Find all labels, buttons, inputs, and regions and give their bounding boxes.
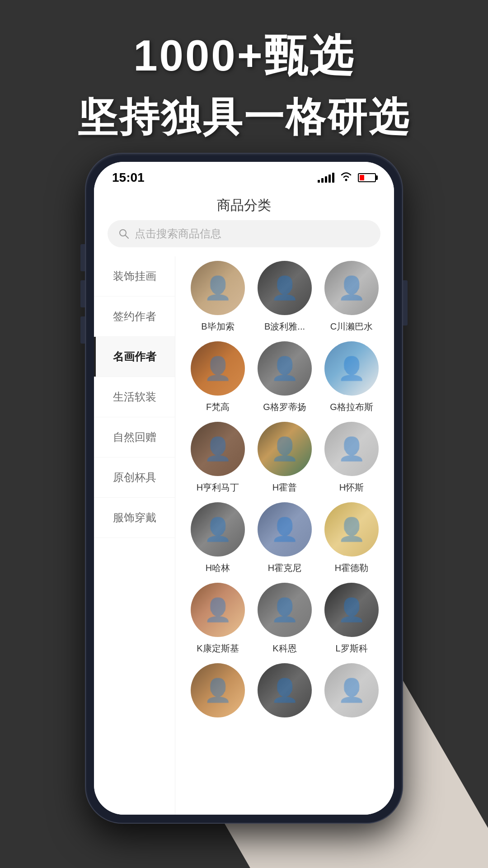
artist-label: G格拉布斯 bbox=[330, 401, 373, 413]
list-item[interactable]: 👤 G格罗蒂扬 bbox=[253, 341, 316, 413]
sidebar-item-cups[interactable]: 原创杯具 bbox=[94, 458, 175, 498]
list-item[interactable]: 👤 F梵高 bbox=[186, 341, 249, 413]
status-bar: 15:01 bbox=[94, 162, 394, 189]
avatar: 👤 bbox=[191, 261, 245, 315]
avatar: 👤 bbox=[324, 261, 379, 315]
header-line1: 1000+甄选 bbox=[0, 27, 488, 86]
sidebar-item-living-soft[interactable]: 生活软装 bbox=[94, 377, 175, 417]
phone-screen: 15:01 bbox=[94, 162, 394, 815]
list-item[interactable]: 👤 bbox=[253, 663, 316, 723]
avatar: 👤 bbox=[191, 341, 245, 396]
artist-label: L罗斯科 bbox=[335, 642, 367, 654]
search-placeholder: 点击搜索商品信息 bbox=[135, 226, 221, 241]
header-line2: 坚持独具一格研选 bbox=[0, 90, 488, 144]
sidebar-item-decoration[interactable]: 装饰挂画 bbox=[94, 256, 175, 297]
list-item[interactable]: 👤 B毕加索 bbox=[186, 261, 249, 332]
signal-bars-icon bbox=[318, 173, 334, 183]
avatar: 👤 bbox=[324, 341, 379, 396]
artist-label: H霍普 bbox=[272, 481, 297, 493]
grid-row: 👤 K康定斯基 👤 K科恩 👤 bbox=[184, 583, 385, 654]
grid-row: 👤 H哈林 👤 H霍克尼 👤 bbox=[184, 502, 385, 574]
artist-label: K科恩 bbox=[272, 642, 296, 654]
avatar: 👤 bbox=[324, 663, 379, 717]
search-bar[interactable]: 点击搜索商品信息 bbox=[108, 220, 380, 247]
content-area: 装饰挂画 签约作者 名画作者 生活软装 自然回赠 原创杯具 bbox=[94, 256, 394, 815]
search-icon bbox=[118, 228, 129, 239]
avatar: 👤 bbox=[324, 502, 379, 557]
artist-label: B毕加索 bbox=[201, 321, 234, 332]
avatar: 👤 bbox=[191, 583, 245, 637]
avatar: 👤 bbox=[258, 422, 312, 476]
avatar: 👤 bbox=[258, 502, 312, 557]
list-item[interactable]: 👤 C川濑巴水 bbox=[320, 261, 383, 332]
artist-label: H哈林 bbox=[206, 562, 230, 574]
sidebar-item-clothing[interactable]: 服饰穿戴 bbox=[94, 498, 175, 538]
battery-icon bbox=[358, 173, 376, 182]
status-icons bbox=[318, 171, 376, 184]
avatar: 👤 bbox=[258, 663, 312, 717]
list-item[interactable]: 👤 H霍普 bbox=[253, 422, 316, 493]
grid-content: 👤 B毕加索 👤 B波利雅... 👤 bbox=[175, 256, 394, 815]
list-item[interactable]: 👤 H怀斯 bbox=[320, 422, 383, 493]
list-item[interactable]: 👤 H亨利马丁 bbox=[186, 422, 249, 493]
artist-label: K康定斯基 bbox=[197, 642, 239, 654]
avatar: 👤 bbox=[191, 422, 245, 476]
svg-point-0 bbox=[345, 179, 347, 181]
avatar: 👤 bbox=[258, 583, 312, 637]
sidebar-item-nature[interactable]: 自然回赠 bbox=[94, 417, 175, 458]
artist-label: F梵高 bbox=[206, 401, 230, 413]
artist-label: H亨利马丁 bbox=[197, 481, 239, 493]
list-item[interactable]: 👤 K康定斯基 bbox=[186, 583, 249, 654]
avatar: 👤 bbox=[258, 261, 312, 315]
artist-label: H霍克尼 bbox=[268, 562, 301, 574]
grid-row: 👤 👤 👤 bbox=[184, 663, 385, 723]
list-item[interactable]: 👤 L罗斯科 bbox=[320, 583, 383, 654]
sidebar-item-famous-author[interactable]: 名画作者 bbox=[94, 337, 175, 377]
list-item[interactable]: 👤 H哈林 bbox=[186, 502, 249, 574]
svg-line-2 bbox=[126, 236, 129, 239]
header-section: 1000+甄选 坚持独具一格研选 bbox=[0, 27, 488, 144]
grid-row: 👤 F梵高 👤 G格罗蒂扬 👤 bbox=[184, 341, 385, 413]
phone-outer: 15:01 bbox=[86, 154, 402, 823]
artist-label: G格罗蒂扬 bbox=[263, 401, 306, 413]
avatar: 👤 bbox=[191, 663, 245, 717]
avatar: 👤 bbox=[324, 583, 379, 637]
artist-label: H霍德勒 bbox=[335, 562, 368, 574]
sidebar-item-signed-author[interactable]: 签约作者 bbox=[94, 297, 175, 337]
grid-row: 👤 B毕加索 👤 B波利雅... 👤 bbox=[184, 261, 385, 332]
list-item[interactable]: 👤 H霍德勒 bbox=[320, 502, 383, 574]
phone-mockup: 15:01 bbox=[86, 154, 402, 823]
list-item[interactable]: 👤 bbox=[186, 663, 249, 723]
grid-row: 👤 H亨利马丁 👤 H霍普 👤 bbox=[184, 422, 385, 493]
artist-label: H怀斯 bbox=[339, 481, 364, 493]
avatar: 👤 bbox=[324, 422, 379, 476]
list-item[interactable]: 👤 B波利雅... bbox=[253, 261, 316, 332]
list-item[interactable]: 👤 K科恩 bbox=[253, 583, 316, 654]
sidebar: 装饰挂画 签约作者 名画作者 生活软装 自然回赠 原创杯具 bbox=[94, 256, 175, 815]
artist-label: B波利雅... bbox=[264, 321, 305, 332]
nav-title: 商品分类 bbox=[94, 189, 394, 220]
artist-label: C川濑巴水 bbox=[330, 321, 373, 332]
list-item[interactable]: 👤 H霍克尼 bbox=[253, 502, 316, 574]
status-time: 15:01 bbox=[112, 170, 145, 185]
list-item[interactable]: 👤 G格拉布斯 bbox=[320, 341, 383, 413]
wifi-icon bbox=[340, 171, 352, 184]
list-item[interactable]: 👤 bbox=[320, 663, 383, 723]
avatar: 👤 bbox=[258, 341, 312, 396]
avatar: 👤 bbox=[191, 502, 245, 557]
